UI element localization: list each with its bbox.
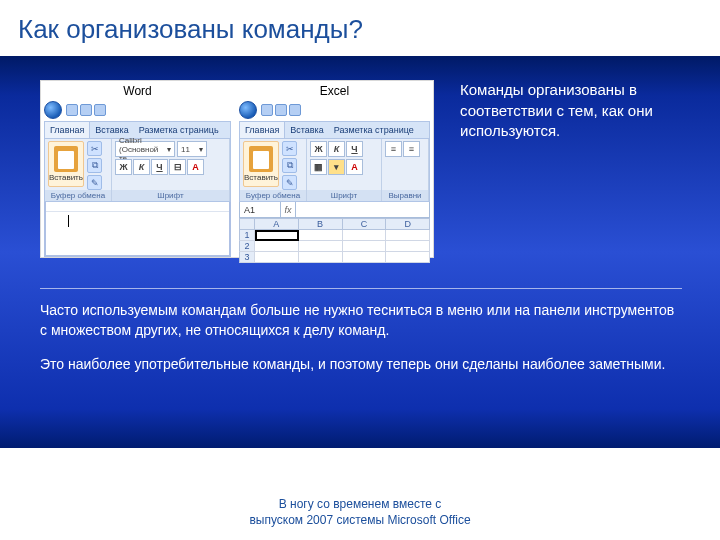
format-painter-icon[interactable]: ✎: [87, 175, 102, 190]
paste-label: Вставить: [244, 173, 278, 182]
footer-line-1: В ногу со временем вместе с: [279, 497, 442, 511]
office-button-icon[interactable]: [239, 101, 257, 119]
quick-access-toolbar[interactable]: [261, 104, 301, 116]
cell[interactable]: [343, 241, 387, 252]
col-header[interactable]: C: [343, 218, 387, 230]
group-label-clipboard: Буфер обмена: [45, 190, 111, 201]
cut-icon[interactable]: ✂: [282, 141, 297, 156]
paste-button[interactable]: Вставить: [243, 141, 279, 187]
underline-button[interactable]: Ч: [151, 159, 168, 175]
tab-insert[interactable]: Вставка: [285, 122, 328, 138]
row-header[interactable]: 3: [239, 252, 255, 263]
cell[interactable]: [343, 230, 387, 241]
ribbon-tabs: Главная Вставка Разметка странице: [239, 121, 430, 139]
slide-title: Как организованы команды?: [0, 0, 720, 45]
tab-home[interactable]: Главная: [45, 122, 90, 138]
group-label-font: Шрифт: [112, 190, 229, 201]
format-painter-icon[interactable]: ✎: [282, 175, 297, 190]
bold-button[interactable]: Ж: [310, 141, 327, 157]
excel-app: Excel Главная Вставка Разметка странице: [235, 80, 434, 258]
cell[interactable]: [343, 252, 387, 263]
copy-icon[interactable]: ⧉: [282, 158, 297, 173]
italic-button[interactable]: К: [133, 159, 150, 175]
cell[interactable]: [386, 252, 430, 263]
cell[interactable]: [255, 252, 299, 263]
cell[interactable]: [299, 252, 343, 263]
name-box[interactable]: A1: [240, 202, 281, 217]
paragraph-1: Часто используемым командам больше не ну…: [40, 301, 682, 341]
tab-page-layout[interactable]: Разметка странице: [329, 122, 419, 138]
align-top-icon[interactable]: ≡: [385, 141, 402, 157]
select-all-corner[interactable]: [239, 218, 255, 230]
paragraph-2: Это наиболее употребительные команды, и …: [40, 355, 682, 375]
strike-button[interactable]: ⊟: [169, 159, 186, 175]
paste-icon: [249, 146, 273, 172]
footer-line-2: выпуском 2007 системы Microsoft Office: [249, 513, 470, 527]
slide-footer: В ногу со временем вместе с выпуском 200…: [0, 496, 720, 528]
worksheet-grid[interactable]: A B C D 1 2 3: [239, 218, 430, 256]
border-button[interactable]: ▦: [310, 159, 327, 175]
bold-button[interactable]: Ж: [115, 159, 132, 175]
col-header[interactable]: A: [255, 218, 299, 230]
text-cursor: [68, 215, 69, 227]
font-color-button[interactable]: A: [187, 159, 204, 175]
ruler: [46, 202, 229, 212]
screenshot-frame: Word Главная Вставка Разметка страниць: [40, 80, 434, 258]
paste-button[interactable]: Вставить: [48, 141, 84, 187]
group-font: Calibri (Основной те▾ 11▾ Ж К Ч ⊟ A: [112, 139, 230, 201]
quick-access-toolbar[interactable]: [66, 104, 106, 116]
align-middle-icon[interactable]: ≡: [403, 141, 420, 157]
cell[interactable]: [255, 241, 299, 252]
formula-bar: A1 fx: [239, 202, 430, 218]
row-header[interactable]: 1: [239, 230, 255, 241]
copy-icon[interactable]: ⧉: [87, 158, 102, 173]
cell[interactable]: [386, 241, 430, 252]
group-font: Ж К Ч ▦ ▾ A: [307, 139, 382, 201]
group-clipboard: Вставить ✂ ⧉ ✎ Буфер обмена: [240, 139, 307, 201]
content-band: Word Главная Вставка Разметка страниць: [0, 56, 720, 448]
group-label-clipboard: Буфер обмена: [240, 190, 306, 201]
side-description: Команды организованы в соответствии с те…: [460, 80, 682, 142]
word-app: Word Главная Вставка Разметка страниць: [40, 80, 235, 258]
cut-icon[interactable]: ✂: [87, 141, 102, 156]
body-text: Часто используемым командам больше не ну…: [40, 288, 682, 389]
word-document-area[interactable]: [44, 202, 231, 257]
divider: [40, 288, 682, 289]
italic-button[interactable]: К: [328, 141, 345, 157]
fill-color-button[interactable]: ▾: [328, 159, 345, 175]
col-header[interactable]: D: [386, 218, 430, 230]
formula-input[interactable]: [296, 202, 429, 217]
cell[interactable]: [255, 230, 299, 241]
paste-icon: [54, 146, 78, 172]
tab-home[interactable]: Главная: [240, 122, 285, 138]
col-header[interactable]: B: [299, 218, 343, 230]
font-name-combo[interactable]: Calibri (Основной те▾: [115, 141, 175, 157]
cell[interactable]: [299, 241, 343, 252]
font-color-button[interactable]: A: [346, 159, 363, 175]
group-label-font: Шрифт: [307, 190, 381, 201]
group-alignment: ≡ ≡ Выравни: [382, 139, 429, 201]
excel-label: Excel: [239, 84, 430, 98]
group-label-align: Выравни: [382, 190, 428, 201]
word-label: Word: [44, 84, 231, 98]
underline-button[interactable]: Ч: [346, 141, 363, 157]
font-size-combo[interactable]: 11▾: [177, 141, 207, 157]
office-button-icon[interactable]: [44, 101, 62, 119]
cell[interactable]: [299, 230, 343, 241]
row-header[interactable]: 2: [239, 241, 255, 252]
group-clipboard: Вставить ✂ ⧉ ✎ Буфер обмена: [45, 139, 112, 201]
paste-label: Вставить: [49, 173, 83, 182]
fx-icon[interactable]: fx: [281, 202, 296, 217]
cell[interactable]: [386, 230, 430, 241]
